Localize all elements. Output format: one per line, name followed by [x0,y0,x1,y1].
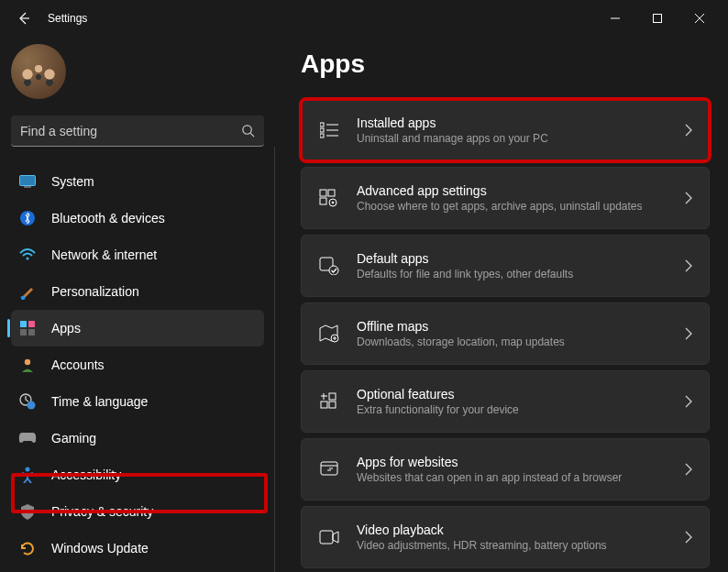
svg-rect-26 [329,393,336,400]
card-subtitle: Extra functionality for your device [357,402,519,418]
minimize-button[interactable] [594,4,636,33]
apps-gear-icon [318,187,340,209]
svg-rect-10 [28,329,35,336]
update-icon [18,539,37,557]
sidebar-item-label: Apps [51,321,81,336]
wifi-icon [18,246,37,264]
card-subtitle: Video adjustments, HDR streaming, batter… [357,538,607,554]
sidebar-item-apps[interactable]: Apps [11,310,264,346]
accent-bar [7,319,10,337]
svg-point-11 [25,359,30,365]
chevron-right-icon [685,463,692,476]
svg-rect-8 [28,321,35,327]
card-apps-for-websites[interactable]: Apps for websites Websites that can open… [301,438,710,500]
svg-rect-7 [20,321,27,327]
sidebar-item-accounts[interactable]: Accounts [11,346,264,383]
card-subtitle: Uninstall and manage apps on your PC [357,131,548,147]
card-title: Offline maps [357,318,565,335]
card-title: Video playback [357,522,607,538]
card-subtitle: Choose where to get apps, archive apps, … [357,199,643,214]
svg-rect-27 [321,402,327,408]
map-icon [318,323,340,345]
nav-list: System Bluetooth & devices Network & int… [11,163,264,566]
svg-rect-28 [329,402,336,408]
avatar[interactable] [11,44,66,99]
sidebar-item-label: Windows Update [51,541,149,556]
sidebar-item-label: Accounts [51,358,105,372]
sidebar-item-system[interactable]: System [11,163,264,200]
sidebar-item-label: System [51,174,94,189]
window-link-icon [318,458,340,480]
list-icon [318,119,340,141]
search-icon [241,124,255,138]
main-pane: Apps Installed apps Uninstall and manage… [275,37,728,572]
card-video-playback[interactable]: Video playback Video adjustments, HDR st… [301,506,710,568]
svg-rect-9 [20,329,27,336]
card-title: Installed apps [357,115,548,131]
close-button[interactable] [678,4,721,33]
svg-rect-18 [320,190,326,196]
svg-point-14 [26,468,30,472]
paintbrush-icon [18,282,37,301]
sidebar-item-privacy[interactable]: Privacy & security [11,493,264,530]
shield-icon [18,502,37,521]
svg-point-5 [27,258,29,260]
card-offline-maps[interactable]: Offline maps Downloads, storage location… [301,302,710,365]
back-button[interactable] [13,7,35,29]
card-title: Apps for websites [357,454,622,470]
sidebar-item-time-language[interactable]: Time & language [11,383,264,420]
svg-point-13 [28,402,36,410]
titlebar: Settings [0,0,728,37]
sidebar-item-personalization[interactable]: Personalization [11,273,264,310]
card-installed-apps[interactable]: Installed apps Uninstall and manage apps… [301,99,710,161]
svg-rect-19 [328,190,335,196]
svg-rect-15 [320,123,324,126]
sidebar-item-accessibility[interactable]: Accessibility [11,456,264,493]
search-box[interactable] [11,116,264,147]
svg-rect-3 [24,186,31,188]
video-icon [318,526,340,548]
system-icon [18,172,37,191]
sidebar: System Bluetooth & devices Network & int… [0,37,275,572]
svg-rect-16 [320,128,324,132]
sidebar-item-label: Privacy & security [51,504,153,519]
card-subtitle: Downloads, storage location, map updates [357,335,565,350]
sidebar-item-bluetooth[interactable]: Bluetooth & devices [11,200,264,236]
maximize-button[interactable] [636,4,678,33]
chevron-right-icon [685,259,692,272]
sidebar-item-network[interactable]: Network & internet [11,236,264,273]
chevron-right-icon [685,531,692,544]
svg-rect-2 [20,176,36,186]
card-subtitle: Defaults for file and link types, other … [357,267,573,282]
search-input[interactable] [20,124,231,138]
card-title: Default apps [357,250,573,267]
sidebar-item-label: Bluetooth & devices [51,211,165,226]
sidebar-item-label: Gaming [51,431,96,446]
svg-rect-30 [320,531,333,544]
sidebar-item-windows-update[interactable]: Windows Update [11,530,264,566]
window-title: Settings [48,12,87,25]
card-default-apps[interactable]: Default apps Defaults for file and link … [301,235,710,297]
sidebar-item-gaming[interactable]: Gaming [11,420,264,456]
grid-plus-icon [318,390,340,412]
sidebar-item-label: Personalization [51,284,139,299]
sidebar-item-label: Time & language [51,394,148,409]
svg-rect-0 [654,15,662,23]
card-title: Advanced app settings [357,182,643,199]
card-advanced-app-settings[interactable]: Advanced app settings Choose where to ge… [301,167,710,229]
chevron-right-icon [685,192,692,204]
svg-rect-20 [320,198,326,204]
svg-rect-17 [320,134,324,138]
svg-point-1 [243,126,251,134]
chevron-right-icon [685,327,692,340]
card-optional-features[interactable]: Optional features Extra functionality fo… [301,370,710,433]
sidebar-item-label: Network & internet [51,248,157,262]
page-heading: Apps [301,50,710,79]
svg-point-24 [329,266,338,275]
clock-globe-icon [18,392,37,411]
chevron-right-icon [685,124,692,137]
person-icon [18,356,37,374]
apps-icon [18,319,37,337]
card-subtitle: Websites that can open in an app instead… [357,470,622,486]
svg-point-22 [332,202,335,204]
